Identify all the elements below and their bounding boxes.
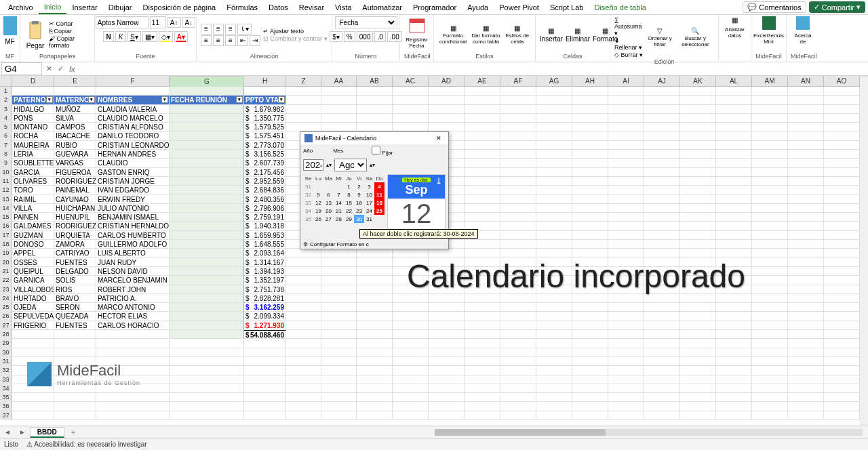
table-cell[interactable]: $2.607.739 bbox=[244, 159, 286, 167]
filter-dropdown-icon[interactable]: ▾ bbox=[88, 96, 95, 103]
row-header-13[interactable]: 13 bbox=[0, 195, 12, 204]
close-button[interactable]: ✕ bbox=[433, 135, 444, 142]
menu-dibujar[interactable]: Dibujar bbox=[103, 1, 138, 14]
table-cell[interactable] bbox=[170, 177, 244, 186]
calendar-day[interactable]: 3 bbox=[364, 182, 374, 190]
table-cell[interactable]: HIDALGO bbox=[12, 105, 54, 114]
registrar-fecha-icon[interactable] bbox=[408, 16, 426, 34]
table-cell[interactable]: $2.099.334 bbox=[244, 312, 286, 321]
table-cell[interactable]: FRIGERIO bbox=[12, 321, 54, 330]
table-cell[interactable] bbox=[170, 204, 244, 213]
table-cell[interactable]: VILLA bbox=[12, 204, 54, 213]
table-cell[interactable]: $1.350.775 bbox=[244, 114, 286, 123]
table-cell[interactable] bbox=[170, 258, 244, 267]
align-middle-button[interactable]: ≡ bbox=[213, 24, 224, 35]
menu-diseno-tabla[interactable]: Diseño de tabla bbox=[589, 1, 651, 14]
excelgenius-icon[interactable] bbox=[762, 16, 776, 30]
table-cell[interactable] bbox=[170, 186, 244, 195]
calendar-day[interactable]: 16 bbox=[354, 199, 364, 207]
menu-inicio[interactable]: Inicio bbox=[39, 1, 67, 14]
row-header-14[interactable]: 14 bbox=[0, 204, 12, 213]
sheet-tab-bbdd[interactable]: BBDD bbox=[30, 427, 64, 438]
row-header-20[interactable]: 20 bbox=[0, 258, 12, 267]
row-header-5[interactable]: 5 bbox=[0, 123, 12, 131]
table-cell[interactable]: OJEDA bbox=[12, 303, 54, 312]
table-cell[interactable]: HERNAN ANDRES bbox=[96, 150, 170, 159]
table-cell[interactable] bbox=[170, 267, 244, 276]
share-button[interactable]: ✓Compartir▾ bbox=[809, 1, 865, 13]
table-cell[interactable] bbox=[170, 123, 244, 131]
table-cell[interactable]: PONS bbox=[12, 114, 54, 123]
table-cell[interactable]: LERIA bbox=[12, 150, 54, 159]
col-header-AJ[interactable]: AJ bbox=[644, 76, 680, 86]
row-header-29[interactable]: 29 bbox=[0, 339, 12, 348]
col-header-AO[interactable]: AO bbox=[824, 76, 860, 86]
dialog-titlebar[interactable]: MideFacil - Calendario ✕ bbox=[300, 132, 448, 144]
col-header-AI[interactable]: AI bbox=[608, 76, 644, 86]
table-cell[interactable]: $2.480.356 bbox=[244, 195, 286, 204]
table-cell[interactable]: RIOS bbox=[54, 285, 96, 294]
row-header-26[interactable]: 26 bbox=[0, 312, 12, 321]
table-cell[interactable]: $1.271.930 bbox=[244, 321, 286, 330]
table-cell[interactable]: PATRICIO A. bbox=[96, 294, 170, 303]
total-cell[interactable]: $54.088.460 bbox=[244, 330, 286, 339]
italic-button[interactable]: K bbox=[115, 31, 126, 42]
table-cell[interactable] bbox=[170, 303, 244, 312]
row-header-32[interactable]: 32 bbox=[0, 366, 12, 375]
add-sheet-button[interactable]: ＋ bbox=[64, 428, 82, 437]
calendar-day[interactable]: 17 bbox=[364, 199, 374, 207]
calendar-day[interactable]: 10 bbox=[364, 190, 374, 199]
increase-decimal-button[interactable]: .0 bbox=[374, 31, 385, 42]
row-header-34[interactable]: 34 bbox=[0, 384, 12, 393]
calendar-day[interactable]: 11 bbox=[374, 190, 384, 199]
table-cell[interactable]: SEPULVEDA bbox=[12, 312, 54, 321]
table-cell[interactable]: RODRIGUEZ bbox=[54, 177, 96, 186]
calendar-day[interactable]: 13 bbox=[323, 199, 334, 207]
table-cell[interactable]: $2.751.738 bbox=[244, 285, 286, 294]
calendar-day[interactable] bbox=[313, 182, 323, 190]
table-cell[interactable]: GUZMAN bbox=[12, 231, 54, 240]
total-cell[interactable] bbox=[96, 330, 170, 339]
col-header-E[interactable]: E bbox=[54, 76, 96, 86]
horizontal-scrollbar[interactable] bbox=[435, 429, 863, 436]
table-cell[interactable] bbox=[170, 150, 244, 159]
table-cell[interactable] bbox=[170, 312, 244, 321]
calendar-day[interactable]: 5 bbox=[313, 190, 323, 199]
analyze-icon[interactable]: ▦ bbox=[732, 16, 738, 24]
table-cell[interactable] bbox=[170, 240, 244, 249]
calendar-day[interactable]: 19 bbox=[313, 207, 323, 215]
menu-ayuda[interactable]: Ayuda bbox=[462, 1, 494, 14]
table-cell[interactable] bbox=[170, 213, 244, 222]
table-cell[interactable]: SERON bbox=[54, 303, 96, 312]
calendar-day[interactable] bbox=[323, 182, 334, 190]
table-cell[interactable] bbox=[170, 321, 244, 330]
table-cell[interactable]: GUEVARA bbox=[54, 150, 96, 159]
table-cell[interactable]: FIGUEROA bbox=[54, 168, 96, 177]
fill-button[interactable]: ⬇ Rellenar ▾ bbox=[614, 37, 643, 51]
year-spinner[interactable]: ▴▾ bbox=[326, 162, 332, 168]
calendar-day[interactable]: 27 bbox=[323, 215, 334, 223]
row-header-18[interactable]: 18 bbox=[0, 240, 12, 249]
table-cell[interactable]: $2.759.191 bbox=[244, 213, 286, 222]
menu-datos[interactable]: Datos bbox=[263, 1, 294, 14]
calendar-day[interactable]: 26 bbox=[313, 215, 323, 223]
table-cell[interactable]: $2.796.906 bbox=[244, 204, 286, 213]
col-header-AN[interactable]: AN bbox=[788, 76, 824, 86]
calendar-day[interactable]: 20 bbox=[323, 207, 334, 215]
col-header-D[interactable]: D bbox=[12, 76, 54, 86]
row-header-23[interactable]: 23 bbox=[0, 285, 12, 294]
row-header-31[interactable]: 31 bbox=[0, 357, 12, 366]
total-cell[interactable] bbox=[12, 330, 54, 339]
table-cell[interactable]: MARCO ANTONIO bbox=[96, 303, 170, 312]
calendar-day[interactable]: 8 bbox=[344, 190, 354, 199]
table-cell[interactable]: GARNICA bbox=[12, 276, 54, 285]
calendar-day[interactable]: 28 bbox=[334, 215, 344, 223]
table-cell[interactable]: CARLOS HORACIO bbox=[96, 321, 170, 330]
table-cell[interactable]: OSSES bbox=[12, 258, 54, 267]
col-header-AA[interactable]: AA bbox=[321, 76, 357, 86]
col-header-AG[interactable]: AG bbox=[536, 76, 572, 86]
row-header-25[interactable]: 25 bbox=[0, 303, 12, 312]
filter-dropdown-icon[interactable]: ▾ bbox=[236, 96, 243, 103]
col-header-AC[interactable]: AC bbox=[393, 76, 429, 86]
row-header-10[interactable]: 10 bbox=[0, 168, 12, 177]
